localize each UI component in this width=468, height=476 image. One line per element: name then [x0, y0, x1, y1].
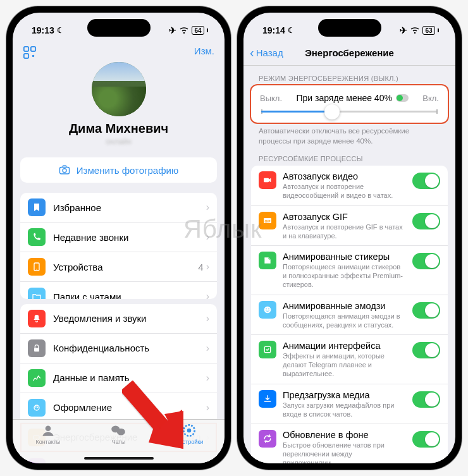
slider-thumb[interactable] — [324, 104, 340, 119]
toggle-switch[interactable] — [412, 213, 440, 229]
sticker-icon — [259, 252, 276, 269]
list-item[interactable]: Недавние звонки › — [20, 223, 217, 252]
svg-point-10 — [34, 405, 39, 410]
svg-point-21 — [414, 32, 416, 34]
media-icon — [259, 390, 276, 408]
svg-text:GIF: GIF — [265, 219, 271, 223]
change-photo-button[interactable]: Изменить фотографию — [20, 157, 217, 183]
dynamic-island — [87, 19, 151, 37]
list-item[interactable]: Данные и память › — [20, 363, 217, 393]
folder-icon — [28, 288, 46, 299]
bell-icon — [28, 310, 46, 327]
process-title: Автозапуск GIF — [283, 211, 403, 223]
toggle-switch[interactable] — [412, 342, 440, 358]
avatar[interactable] — [92, 62, 146, 116]
tab-settings[interactable]: Настройки — [164, 424, 214, 445]
svg-point-6 — [63, 169, 66, 173]
process-item: Предзагрузка медиа Запуск загрузки медиа… — [251, 384, 448, 425]
svg-point-20 — [187, 429, 192, 433]
dynamic-island — [318, 19, 381, 37]
section-footer-mode: Автоматически отключать все ресурсоёмкие… — [243, 123, 455, 146]
process-title: Обновление в фоне — [283, 429, 403, 441]
edit-button[interactable]: Изм. — [194, 46, 214, 62]
phone-left: 19:13☾ ✈︎ 64 Изм. Дима Михневич онлайн — [6, 6, 231, 470]
qr-icon[interactable] — [23, 46, 37, 62]
chevron-right-icon: › — [206, 313, 209, 324]
svg-rect-3 — [24, 54, 28, 58]
process-item: Автозапуск видео Автозапуск и повторение… — [251, 166, 448, 206]
row-label: Оформление — [53, 402, 206, 413]
svg-point-12 — [37, 406, 38, 408]
dnd-icon: ☾ — [57, 26, 64, 35]
svg-point-16 — [45, 425, 51, 431]
svg-rect-9 — [34, 348, 39, 351]
slider-card: Выкл. При заряде менее 40% Вкл. — [251, 85, 448, 123]
chevron-right-icon: › — [206, 343, 209, 354]
chevron-right-icon: › — [206, 291, 209, 299]
video-icon — [259, 171, 276, 189]
tab-label: Чаты — [112, 439, 125, 445]
svg-point-11 — [35, 406, 37, 407]
svg-point-0 — [183, 32, 185, 34]
svg-rect-22 — [264, 178, 269, 183]
appearance-icon — [28, 399, 46, 417]
home-indicator — [84, 457, 154, 460]
process-desc: Быстрое обновление чатов при переключени… — [283, 441, 403, 463]
profile-name: Дима Михневич — [69, 121, 168, 136]
process-item: GIF Автозапуск GIF Автозапуск и повторен… — [251, 206, 448, 247]
process-desc: Повторяющиеся анимации стикеров и полноэ… — [283, 263, 403, 289]
toggle-switch[interactable] — [412, 391, 440, 408]
change-photo-label: Изменить фотографию — [77, 165, 178, 176]
dnd-icon: ☾ — [288, 26, 295, 35]
process-item: Анимированные стикеры Повторяющиеся аним… — [251, 246, 448, 295]
row-label: Уведомления и звуки — [53, 313, 206, 324]
row-label: Конфиденциальность — [53, 343, 206, 353]
back-label: Назад — [256, 47, 283, 58]
wifi-icon — [179, 27, 189, 34]
bookmark-icon — [28, 198, 46, 216]
process-title: Предзагрузка медиа — [283, 389, 403, 401]
process-desc: Повторяющаяся анимация эмодзи в сообщени… — [283, 312, 403, 330]
chevron-right-icon: › — [206, 202, 209, 213]
list-item[interactable]: Оформление › — [20, 393, 217, 423]
svg-rect-1 — [24, 47, 28, 51]
process-desc: Автозапуск и повторение видеосообщений и… — [283, 183, 403, 200]
list-item[interactable]: Уведомления и звуки › — [20, 304, 217, 334]
list-item[interactable]: Папки с чатами › — [20, 282, 217, 299]
chevron-right-icon: › — [206, 231, 209, 243]
battery-level: 63 — [422, 26, 435, 35]
svg-point-26 — [266, 308, 267, 310]
wifi-icon — [410, 27, 420, 34]
camera-icon — [59, 164, 70, 176]
section-header-proc: РЕСУРСОЁМКИЕ ПРОЦЕССЫ — [243, 146, 455, 166]
toggle-switch[interactable] — [412, 173, 440, 189]
phone-right: 19:14☾ ✈︎ 63 ‹Назад Энергосбережение РЕЖ… — [237, 6, 462, 470]
mini-toggle-icon — [396, 94, 409, 102]
slider-on-label: Вкл. — [422, 94, 439, 103]
power-slider[interactable] — [261, 111, 438, 113]
lock-icon — [28, 339, 46, 357]
tab-chats[interactable]: Чаты — [93, 424, 144, 445]
toggle-switch[interactable] — [412, 253, 440, 269]
section-header-mode: РЕЖИМ ЭНЕРГОСБЕРЕЖЕНИЯ (ВЫКЛ.) — [243, 66, 455, 85]
process-title: Анимации интерфейса — [283, 340, 403, 351]
toggle-switch[interactable] — [412, 431, 440, 448]
phone-icon — [28, 228, 46, 246]
process-desc: Эффекты и анимации, которые делают Teleg… — [283, 352, 403, 378]
list-item[interactable]: Устройства 4 › — [20, 252, 217, 282]
row-label: Недавние звонки — [53, 232, 206, 243]
battery-level: 64 — [192, 26, 204, 35]
status-time: 19:13 — [32, 25, 54, 35]
tab-contacts[interactable]: Контакты — [23, 424, 73, 445]
chevron-right-icon: › — [206, 402, 209, 413]
slider-mid-label: При заряде менее 40% — [296, 93, 408, 103]
process-desc: Запуск загрузки медиафайлов при входе в … — [283, 401, 403, 419]
toggle-switch[interactable] — [412, 302, 440, 319]
row-label: Папки с чатами — [53, 291, 206, 299]
list-item[interactable]: Избранное › — [20, 193, 217, 223]
list-item[interactable]: Конфиденциальность › — [20, 334, 217, 363]
gif-icon: GIF — [259, 212, 276, 229]
chats-icon — [110, 424, 126, 437]
back-button[interactable]: ‹Назад — [250, 46, 283, 60]
settings-icon — [181, 424, 197, 437]
